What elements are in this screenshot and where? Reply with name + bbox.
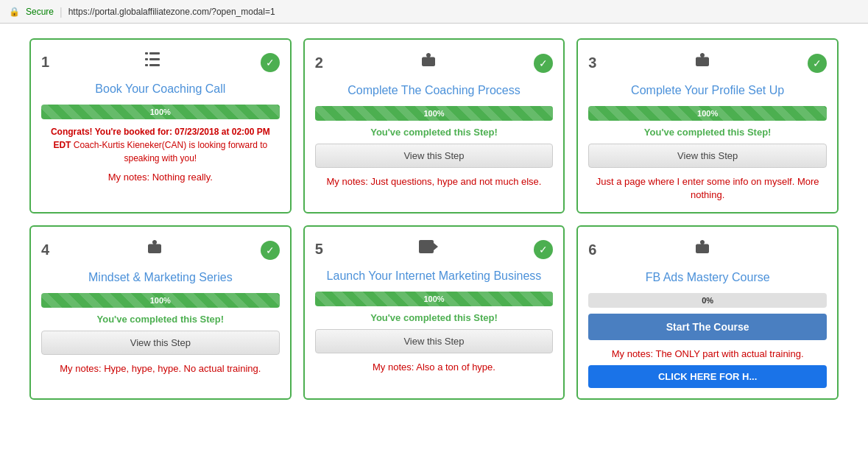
puzzle-icon <box>417 50 440 76</box>
card-2-completed-text: You've completed this Step! <box>315 127 554 138</box>
card-1-title: Book Your Coaching Call <box>41 82 280 97</box>
card-2-title: Complete The Coaching Process <box>315 83 554 99</box>
svg-marker-7 <box>434 243 438 250</box>
card-4-progress-label: 100% <box>41 296 280 305</box>
card-6-title: FB Ads Mastery Course <box>588 270 827 286</box>
card-5-checkmark: ✓ <box>534 240 553 259</box>
card-2-progress-label: 100% <box>315 109 554 118</box>
card-2-header: 2 ✓ <box>315 50 554 76</box>
card-3-header: 3 ✓ <box>588 50 827 76</box>
svg-rect-2 <box>149 58 160 60</box>
card-4-completed-text: You've completed this Step! <box>41 314 280 325</box>
card-3-checkmark: ✓ <box>808 54 827 73</box>
card-3-view-step-button[interactable]: View this Step <box>588 144 827 168</box>
card-1-congrats: Congrats! You're booked for: 07/23/2018 … <box>41 125 280 165</box>
card-1-progress-bar: 100% <box>41 105 280 119</box>
card-5-number: 5 <box>315 241 323 258</box>
card-6-number: 6 <box>588 241 596 258</box>
card-6-notes: My notes: The ONLY part with actual trai… <box>588 348 827 361</box>
card-3: 3 ✓Complete Your Profile Set Up100%You'v… <box>576 38 839 214</box>
video-icon <box>417 237 440 261</box>
card-3-title: Complete Your Profile Set Up <box>588 83 827 99</box>
card-2-notes: My notes: Just questions, hype and not m… <box>315 175 554 188</box>
card-6-click-here-button[interactable]: CLICK HERE FOR H... <box>588 365 827 388</box>
card-3-progress-bar: 100% <box>588 106 827 121</box>
card-1-number: 1 <box>41 54 49 71</box>
svg-rect-5 <box>145 64 148 66</box>
card-5-view-step-button[interactable]: View this Step <box>315 329 554 353</box>
svg-rect-3 <box>145 58 148 60</box>
card-5-notes: My notes: Also a ton of hype. <box>315 361 554 374</box>
puzzle-icon <box>144 237 166 263</box>
puzzle-icon <box>691 237 713 263</box>
card-4-header: 4 ✓ <box>41 237 280 263</box>
card-2-number: 2 <box>315 54 323 71</box>
url-bar[interactable]: https://portal.globalaffiliatezone.com/?… <box>68 7 275 17</box>
card-3-notes: Just a page where I enter some info on m… <box>588 175 827 202</box>
card-5-title: Launch Your Internet Marketing Business <box>315 269 554 284</box>
card-3-completed-text: You've completed this Step! <box>588 127 827 138</box>
card-6: 6 FB Ads Mastery Course0%Start The Cours… <box>576 225 839 400</box>
card-1-checkmark: ✓ <box>261 53 280 72</box>
card-5-progress-label: 100% <box>315 294 554 303</box>
card-4-notes: My notes: Hype, hype, hype. No actual tr… <box>41 362 280 375</box>
card-5-progress-bar: 100% <box>315 292 554 306</box>
svg-rect-4 <box>149 64 160 66</box>
card-5-completed-text: You've completed this Step! <box>315 312 554 323</box>
card-4: 4 ✓Mindset & Marketing Series100%You've … <box>29 225 292 400</box>
card-6-progress-bar: 0% <box>588 293 827 308</box>
card-1-header: 1 ✓ <box>41 50 280 74</box>
separator: | <box>60 6 63 18</box>
card-2-checkmark: ✓ <box>534 54 553 73</box>
card-1: 1 ✓Book Your Coaching Call100%Congrats! … <box>29 38 292 214</box>
card-4-view-step-button[interactable]: View this Step <box>41 331 280 355</box>
browser-bar: 🔒 Secure | https://portal.globalaffiliat… <box>0 0 868 24</box>
card-6-progress-label: 0% <box>588 296 827 305</box>
card-6-header: 6 <box>588 237 827 263</box>
svg-rect-6 <box>419 240 434 253</box>
svg-rect-0 <box>149 52 160 54</box>
card-1-notes: My notes: Nothing really. <box>41 171 280 184</box>
list-icon <box>144 50 166 74</box>
card-4-progress-bar: 100% <box>41 293 280 308</box>
lock-icon: 🔒 <box>9 7 20 17</box>
card-4-number: 4 <box>41 241 49 258</box>
page-content: 1 ✓Book Your Coaching Call100%Congrats! … <box>0 24 868 455</box>
card-6-start-course-button[interactable]: Start The Course <box>588 314 827 340</box>
card-5: 5 ✓Launch Your Internet Marketing Busine… <box>303 225 565 400</box>
card-2: 2 ✓Complete The Coaching Process100%You'… <box>303 38 565 214</box>
card-2-progress-bar: 100% <box>315 106 554 121</box>
puzzle-icon <box>691 50 713 76</box>
card-3-number: 3 <box>588 54 596 71</box>
card-1-progress-label: 100% <box>41 107 280 116</box>
card-3-progress-label: 100% <box>588 109 827 118</box>
card-4-title: Mindset & Marketing Series <box>41 270 280 286</box>
svg-rect-1 <box>145 52 148 54</box>
card-5-header: 5 ✓ <box>315 237 554 261</box>
card-4-checkmark: ✓ <box>261 241 280 260</box>
secure-label: Secure <box>26 7 54 17</box>
card-2-view-step-button[interactable]: View this Step <box>315 144 554 168</box>
cards-grid: 1 ✓Book Your Coaching Call100%Congrats! … <box>29 38 839 400</box>
